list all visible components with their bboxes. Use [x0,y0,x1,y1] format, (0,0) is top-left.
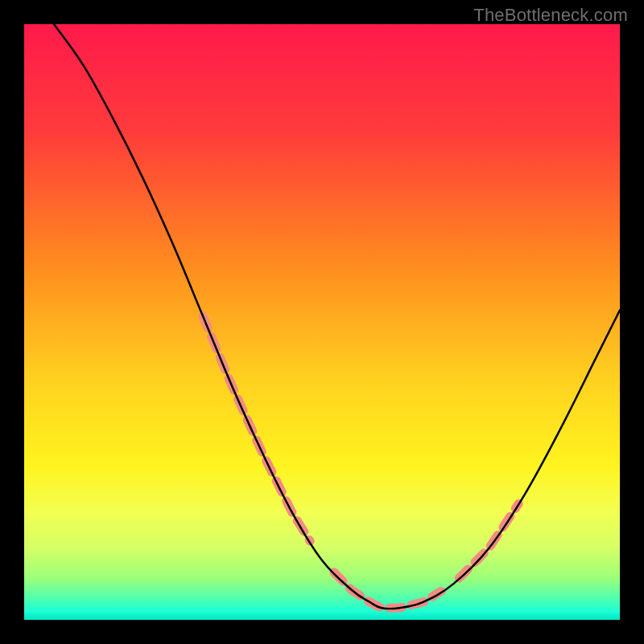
chart-background-gradient [24,24,620,620]
bottleneck-chart [24,24,620,620]
watermark-text: TheBottleneck.com [473,5,628,26]
chart-plot-area [24,24,620,620]
